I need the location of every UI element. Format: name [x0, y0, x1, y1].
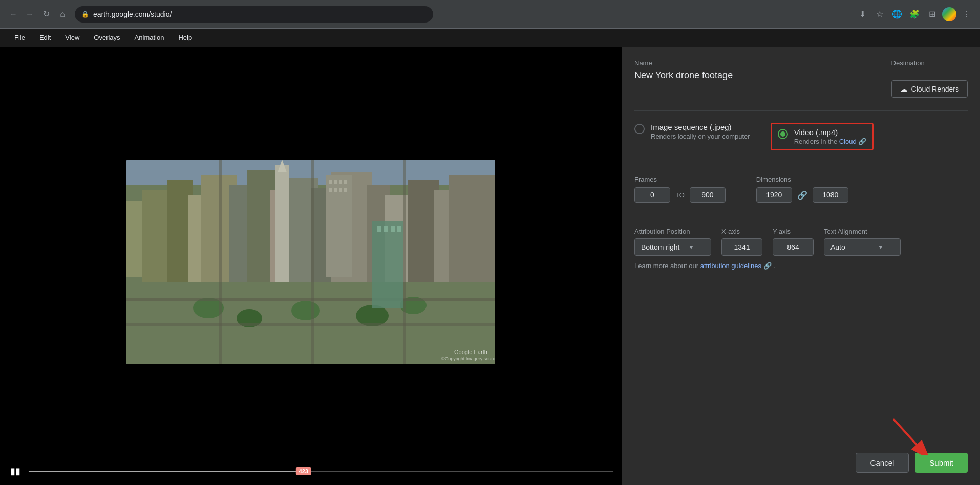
address-bar[interactable]: 🔒 earth.google.com/studio/ — [75, 6, 433, 23]
attribution-position-group: Attribution Position Bottom right ▼ — [634, 228, 711, 256]
footer-buttons: Cancel Submit — [634, 447, 968, 473]
menu-icon[interactable]: ⋮ — [960, 7, 974, 21]
name-group: Name New York drone footage — [634, 59, 778, 83]
svg-rect-41 — [384, 226, 388, 232]
frames-from-input[interactable] — [634, 187, 670, 203]
settings-panel: Name New York drone footage Destination … — [622, 47, 980, 485]
svg-rect-35 — [329, 188, 332, 192]
svg-line-47 — [893, 419, 917, 445]
name-label: Name — [634, 59, 778, 67]
format-row: Image sequence (.jpeg) Renders locally o… — [634, 123, 968, 150]
attribution-note: Learn more about our attribution guideli… — [634, 262, 968, 270]
video-preview: Google Earth ©Copyright Imagery sources — [0, 47, 622, 485]
video-option[interactable]: Video (.mp4) Renders in the Cloud 🔗 — [778, 128, 867, 145]
dimensions-label: Dimensions — [756, 175, 848, 183]
cloud-icon: ☁ — [900, 85, 907, 93]
divider-3 — [634, 215, 968, 215]
attribution-position-dropdown[interactable]: Bottom right ▼ — [634, 238, 711, 256]
cloud-renders-button[interactable]: ☁ Cloud Renders — [891, 80, 968, 98]
timeline-track[interactable]: 423 — [29, 471, 613, 472]
svg-point-21 — [356, 305, 389, 326]
svg-point-20 — [291, 301, 320, 320]
note-suffix: . — [773, 262, 775, 270]
view-menu[interactable]: View — [59, 32, 86, 43]
dimensions-group: Dimensions 🔗 — [756, 175, 848, 203]
width-input[interactable] — [756, 187, 792, 203]
back-button[interactable]: ← — [6, 7, 20, 21]
svg-rect-38 — [344, 188, 347, 192]
help-menu[interactable]: Help — [172, 32, 198, 43]
timeline-container[interactable]: 423 — [29, 466, 613, 476]
image-sequence-label: Image sequence (.jpeg) — [651, 123, 750, 131]
svg-rect-43 — [397, 226, 401, 232]
metrics-row: Frames TO Dimensions 🔗 — [634, 175, 968, 203]
xaxis-label: X-axis — [721, 228, 762, 235]
app-menu-bar: File Edit View Overlays Animation Help — [0, 29, 980, 47]
text-alignment-dropdown[interactable]: Auto ▼ — [824, 238, 901, 256]
xaxis-group: X-axis — [721, 228, 762, 256]
nav-buttons: ← → ↻ ⌂ — [6, 7, 70, 21]
attribution-position-value: Bottom right — [641, 243, 679, 251]
svg-rect-31 — [329, 180, 332, 184]
security-icon: 🔒 — [81, 11, 89, 18]
xaxis-input[interactable] — [721, 238, 762, 256]
main-content: Google Earth ©Copyright Imagery sources … — [0, 47, 980, 485]
svg-rect-32 — [334, 180, 337, 184]
svg-rect-34 — [344, 180, 347, 184]
globe-icon[interactable]: 🌐 — [890, 7, 904, 21]
forward-button[interactable]: → — [23, 7, 37, 21]
image-sequence-radio[interactable] — [634, 124, 645, 134]
height-input[interactable] — [813, 187, 848, 203]
svg-text:Google Earth: Google Earth — [454, 349, 487, 355]
attribution-position-label: Attribution Position — [634, 228, 711, 235]
reload-button[interactable]: ↻ — [39, 7, 53, 21]
name-destination-row: Name New York drone footage Destination … — [634, 59, 968, 98]
video-sublabel-text: Renders in the — [794, 138, 838, 145]
destination-group: Destination ☁ Cloud Renders — [891, 59, 968, 98]
note-prefix: Learn more about our — [634, 262, 698, 270]
cloud-link[interactable]: Cloud — [839, 138, 857, 145]
radio-inner-dot — [780, 131, 785, 137]
dimensions-inputs: 🔗 — [756, 187, 848, 203]
download-icon[interactable]: ⬇ — [855, 7, 869, 21]
yaxis-input[interactable] — [773, 238, 814, 256]
edit-menu[interactable]: Edit — [33, 32, 57, 43]
frame-indicator[interactable]: 423 — [296, 467, 311, 475]
cancel-button[interactable]: Cancel — [856, 453, 909, 473]
image-sequence-sublabel: Renders locally on your computer — [651, 133, 750, 140]
divider-2 — [634, 163, 968, 163]
svg-rect-36 — [334, 188, 337, 192]
file-menu[interactable]: File — [8, 32, 31, 43]
profile-avatar[interactable] — [942, 7, 956, 21]
extensions-icon[interactable]: 🧩 — [907, 7, 922, 21]
external-link-icon-2: 🔗 — [763, 262, 772, 270]
pause-button[interactable]: ▮▮ — [8, 464, 23, 479]
image-sequence-option[interactable]: Image sequence (.jpeg) Renders locally o… — [634, 123, 750, 140]
cast-icon[interactable]: ⊞ — [925, 7, 939, 21]
svg-rect-26 — [311, 160, 314, 364]
animation-menu[interactable]: Animation — [129, 32, 171, 43]
attribution-section: Attribution Position Bottom right ▼ X-ax… — [634, 228, 968, 270]
video-label: Video (.mp4) — [794, 128, 867, 137]
submit-button[interactable]: Submit — [915, 453, 968, 473]
bookmark-icon[interactable]: ☆ — [872, 7, 887, 21]
svg-rect-17 — [449, 175, 495, 282]
red-arrow-indicator — [888, 414, 929, 455]
svg-rect-37 — [339, 188, 342, 192]
frames-to-label: TO — [675, 191, 685, 199]
timeline-progress — [29, 471, 304, 472]
overlays-menu[interactable]: Overlays — [88, 32, 126, 43]
name-value[interactable]: New York drone footage — [634, 70, 778, 83]
video-radio[interactable] — [778, 129, 788, 139]
frames-to-input[interactable] — [690, 187, 726, 203]
frames-group: Frames TO — [634, 175, 726, 203]
attribution-guidelines-link[interactable]: attribution guidelines — [700, 262, 761, 270]
link-dimensions-icon: 🔗 — [797, 190, 807, 200]
external-link-icon: 🔗 — [858, 138, 866, 145]
destination-label: Destination — [891, 59, 968, 67]
video-option-box: Video (.mp4) Renders in the Cloud 🔗 — [771, 123, 874, 150]
image-sequence-info: Image sequence (.jpeg) Renders locally o… — [651, 123, 750, 140]
svg-rect-40 — [377, 226, 381, 232]
yaxis-group: Y-axis — [773, 228, 814, 256]
home-button[interactable]: ⌂ — [55, 7, 70, 21]
